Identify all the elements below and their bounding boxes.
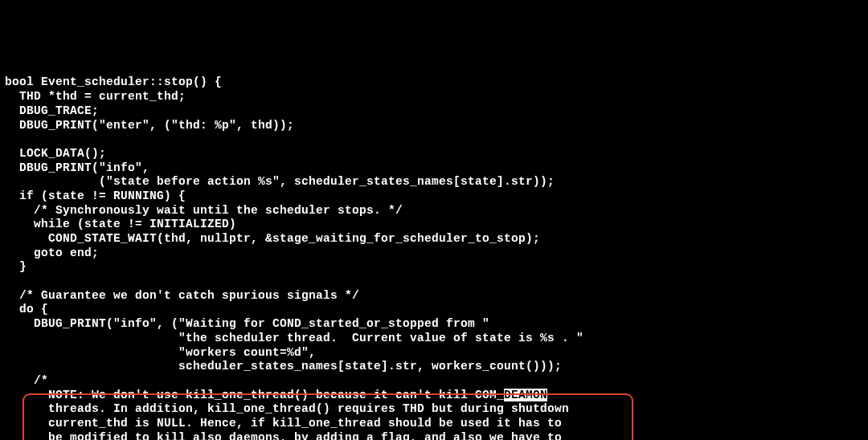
code-line: /* bbox=[5, 374, 48, 387]
code-line: scheduler_states_names[state].str, worke… bbox=[5, 360, 562, 373]
code-line: NOTE: We don't use kill_one_thread() bec… bbox=[5, 389, 547, 401]
code-line: /* Synchronously wait until the schedule… bbox=[5, 204, 403, 217]
code-line: bool Event_scheduler::stop() { bbox=[5, 75, 222, 88]
code-text: NOTE: We don't use kill_one_thread() bec… bbox=[5, 389, 504, 401]
code-line: while (state != INITIALIZED) bbox=[5, 218, 236, 230]
search-highlight: DEAMON bbox=[504, 389, 547, 401]
code-line: DBUG_PRINT("info", bbox=[5, 161, 149, 174]
code-line: COND_STATE_WAIT(thd, nullptr, &stage_wai… bbox=[5, 232, 540, 245]
code-line: do { bbox=[5, 303, 48, 316]
code-line: "workers count=%d", bbox=[5, 346, 316, 359]
code-line: } bbox=[5, 260, 27, 273]
code-line: ("state before action %s", scheduler_sta… bbox=[5, 175, 555, 188]
code-line: current_thd is NULL. Hence, if kill_one_… bbox=[5, 417, 562, 430]
code-line: threads. In addition, kill_one_thread() … bbox=[5, 402, 569, 415]
code-line: DBUG_TRACE; bbox=[5, 104, 99, 117]
code-line: /* Guarantee we don't catch spurious sig… bbox=[5, 289, 359, 302]
code-container: bool Event_scheduler::stop() { THD *thd … bbox=[5, 62, 863, 440]
code-line: "the scheduler thread. Current value of … bbox=[5, 332, 583, 344]
code-line: be modified to kill also daemons, by add… bbox=[5, 431, 562, 440]
code-line: goto end; bbox=[5, 246, 99, 259]
code-line: DBUG_PRINT("info", ("Waiting for COND_st… bbox=[5, 317, 489, 330]
code-line: THD *thd = current_thd; bbox=[5, 90, 186, 103]
code-line: if (state != RUNNING) { bbox=[5, 189, 186, 202]
code-line: DBUG_PRINT("enter", ("thd: %p", thd)); bbox=[5, 119, 294, 132]
code-line: LOCK_DATA(); bbox=[5, 147, 106, 160]
